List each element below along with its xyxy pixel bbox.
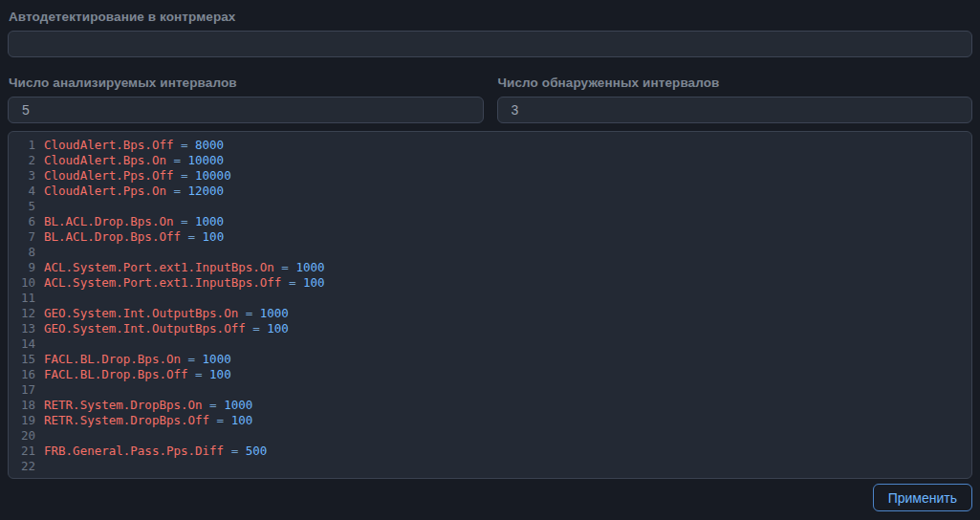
code-text: RETR.System.DropBps.Off = 100 (35, 413, 252, 428)
editor-line[interactable]: 10ACL.System.Port.ext1.InputBps.Off = 10… (9, 275, 964, 291)
code-text: GEO.System.Int.OutputBps.On = 1000 (35, 306, 289, 321)
editor-line[interactable]: 18RETR.System.DropBps.On = 1000 (9, 398, 964, 413)
line-number: 22 (9, 459, 35, 474)
editor-line[interactable]: 7BL.ACL.Drop.Bps.Off = 100 (9, 229, 964, 245)
editor-line[interactable]: 8 (9, 245, 964, 260)
line-number: 20 (9, 428, 35, 444)
config-editor[interactable]: 1CloudAlert.Bps.Off = 80002CloudAlert.Bp… (8, 131, 972, 479)
editor-line[interactable]: 9ACL.System.Port.ext1.InputBps.On = 1000 (9, 260, 964, 275)
code-text: CloudAlert.Pps.Off = 10000 (35, 168, 231, 184)
editor-line[interactable]: 14 (9, 336, 964, 352)
apply-button[interactable]: Применить (873, 484, 972, 511)
editor-line[interactable]: 3CloudAlert.Pps.Off = 10000 (9, 168, 964, 184)
line-number: 12 (9, 306, 35, 321)
editor-line[interactable]: 16FACL.BL.Drop.Bps.Off = 100 (9, 367, 964, 382)
editor-line[interactable]: 6BL.ACL.Drop.Bps.On = 1000 (9, 214, 964, 229)
line-number: 8 (9, 245, 35, 260)
code-text: CloudAlert.Bps.On = 10000 (35, 153, 224, 168)
code-text (35, 291, 44, 306)
code-text: GEO.System.Int.OutputBps.Off = 100 (35, 321, 289, 336)
detected-intervals-label: Число обнаруженных интервалов (497, 74, 973, 90)
detected-intervals-input[interactable] (497, 97, 973, 123)
analyzed-intervals-label: Число анализируемых интервалов (8, 74, 484, 90)
editor-line[interactable]: 20 (9, 428, 964, 444)
line-number: 18 (9, 398, 35, 413)
editor-line[interactable]: 15FACL.BL.Drop.Bps.On = 1000 (9, 352, 964, 367)
line-number: 14 (9, 336, 35, 352)
line-number: 13 (9, 321, 35, 336)
line-number: 19 (9, 413, 35, 428)
line-number: 9 (9, 260, 35, 275)
line-number: 11 (9, 291, 35, 306)
autodetect-settings-page: Автодетектирование в контрмерах Число ан… (0, 0, 980, 520)
autodetect-input[interactable] (8, 31, 972, 57)
code-text: BL.ACL.Drop.Bps.Off = 100 (35, 229, 224, 245)
line-number: 6 (9, 214, 35, 229)
code-text: ACL.System.Port.ext1.InputBps.On = 1000 (35, 260, 325, 275)
editor-line[interactable]: 22 (9, 459, 964, 474)
editor-line[interactable]: 12GEO.System.Int.OutputBps.On = 1000 (9, 306, 964, 321)
code-text: FRB.General.Pass.Pps.Diff = 500 (35, 444, 267, 459)
code-text (35, 382, 44, 398)
code-text: CloudAlert.Pps.On = 12000 (35, 184, 224, 199)
code-text: CloudAlert.Bps.Off = 8000 (35, 138, 224, 153)
editor-line[interactable]: 1CloudAlert.Bps.Off = 8000 (9, 138, 964, 153)
editor-line[interactable]: 17 (9, 382, 964, 398)
code-text (35, 336, 44, 352)
code-text: ACL.System.Port.ext1.InputBps.Off = 100 (35, 275, 325, 291)
autodetect-label: Автодетектирование в контрмерах (8, 8, 972, 24)
code-text: FACL.BL.Drop.Bps.Off = 100 (35, 367, 231, 382)
analyzed-intervals-input[interactable] (8, 97, 484, 123)
code-text (35, 245, 44, 260)
line-number: 7 (9, 229, 35, 245)
line-number: 15 (9, 352, 35, 367)
line-number: 4 (9, 184, 35, 199)
code-text: RETR.System.DropBps.On = 1000 (35, 398, 252, 413)
code-text: FACL.BL.Drop.Bps.On = 1000 (35, 352, 231, 367)
editor-line[interactable]: 5 (9, 199, 964, 214)
editor-line[interactable]: 11 (9, 291, 964, 306)
editor-line[interactable]: 21FRB.General.Pass.Pps.Diff = 500 (9, 444, 964, 459)
line-number: 10 (9, 275, 35, 291)
line-number: 21 (9, 444, 35, 459)
editor-line[interactable]: 2CloudAlert.Bps.On = 10000 (9, 153, 964, 168)
editor-line[interactable]: 4CloudAlert.Pps.On = 12000 (9, 184, 964, 199)
line-number: 17 (9, 382, 35, 398)
line-number: 5 (9, 199, 35, 214)
editor-line[interactable]: 19RETR.System.DropBps.Off = 100 (9, 413, 964, 428)
editor-line[interactable]: 13GEO.System.Int.OutputBps.Off = 100 (9, 321, 964, 336)
line-number: 2 (9, 153, 35, 168)
line-number: 3 (9, 168, 35, 184)
footer-bar: Применить (8, 484, 972, 512)
code-text (35, 428, 44, 444)
line-number: 1 (9, 138, 35, 153)
code-text (35, 459, 44, 474)
line-number: 16 (9, 367, 35, 382)
code-text (35, 199, 44, 214)
code-text: BL.ACL.Drop.Bps.On = 1000 (35, 214, 224, 229)
